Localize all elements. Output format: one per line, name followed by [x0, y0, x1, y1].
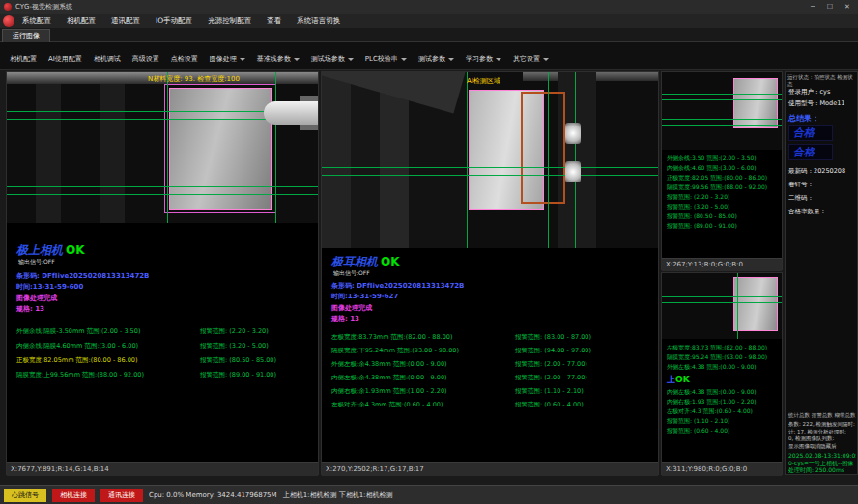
- measurement-value: 左极宽度:83.73mm 范围:(82.00 - 88.00): [331, 333, 452, 342]
- measure-line-h: [662, 119, 782, 120]
- preview-2-log-bottom: 内侧左极:4.38 范围:(0.00 - 9.00) 内侧右极:1.93 范围:…: [667, 387, 780, 435]
- toolbar-testfield-params[interactable]: 测试场参数: [305, 52, 359, 66]
- titlebar: CYG-视觉检测系统 ─ ☐ ✕: [0, 0, 858, 14]
- measurement-value: 隔膜宽度:下95.24mm 范围:(93.00 - 98.00): [331, 347, 459, 355]
- model-label: 使用型号：: [788, 99, 820, 107]
- toolbar-label: 其它设置: [513, 54, 540, 64]
- barcode-text: 条形码: DFfIive2025020813313472B: [16, 271, 149, 281]
- minimize-button[interactable]: ─: [804, 0, 821, 14]
- pass-rate-row: 合格率数量：: [788, 208, 856, 216]
- toolbar-ai-config[interactable]: AI使用配置: [43, 52, 88, 66]
- toolbar-label: AI使用配置: [48, 54, 82, 64]
- log-line: 报警范围: (80.50 - 85.00): [667, 211, 780, 221]
- toolbar-label: 高级设置: [132, 54, 159, 64]
- menu-view[interactable]: 查看: [259, 14, 289, 28]
- log-line: 左极对齐:4.3 范围:(0.60 - 4.00): [667, 406, 780, 416]
- status-ok: OK: [675, 375, 690, 384]
- tab-bar: 运行图像: [0, 28, 858, 42]
- latest-code-label: 最新码：: [788, 167, 814, 175]
- info-panel: 运行状态：拍照状态 检测状态 登录用户：cys 使用型号：Mode11 总结果：…: [785, 71, 858, 475]
- model-row: 使用型号：Mode11: [788, 99, 856, 108]
- window-title: CYG-视觉检测系统: [15, 0, 72, 14]
- menu-comm-config[interactable]: 通讯配置: [103, 14, 148, 28]
- camera-link-indicator: 相机连接: [52, 489, 95, 502]
- app-window: CYG-视觉检测系统 ─ ☐ ✕ 系统配置 相机配置 通讯配置 IO手动配置 光…: [0, 0, 858, 504]
- close-button[interactable]: ✕: [839, 0, 856, 14]
- measurement-row: 内侧右极:余1.93mm 范围:(1.00 - 2.20) 报警范围: (1.1…: [331, 387, 654, 399]
- log-line: 内侧左极:4.38 范围:(0.00 - 9.00): [667, 387, 780, 397]
- alarm-range: 报警范围: (89.00 - 91.00): [200, 371, 276, 379]
- result-box-2: 合格: [788, 144, 833, 160]
- menu-camera-config[interactable]: 相机配置: [59, 14, 103, 28]
- toolbar-test-params[interactable]: 测试参数: [413, 52, 460, 66]
- camera-detect-status: 上相机1:相机检测 下相机1:相机检测: [283, 490, 393, 500]
- right-camera-image[interactable]: AI检测区域: [322, 72, 658, 248]
- menu-language-switch[interactable]: 系统语言切换: [289, 14, 348, 28]
- measure-line-h: [662, 302, 782, 303]
- camera-name: 极上相机: [16, 243, 63, 257]
- measure-line-h: [662, 296, 782, 297]
- tab-run-image[interactable]: 运行图像: [2, 29, 50, 42]
- camera-status-ok: OK: [66, 243, 85, 257]
- plate-region: [169, 88, 272, 210]
- measurement-row: 左极宽度:83.73mm 范围:(82.00 - 88.00) 报警范围: (8…: [331, 333, 654, 345]
- measure-line-h: [322, 175, 658, 176]
- preview-1-image[interactable]: [662, 72, 782, 150]
- process-time-line: 处理时间: 250.00ms: [788, 466, 856, 474]
- measurement-row: 外侧余线:隔膜-3.50mm 范围:(2.00 - 3.50) 报警范围: (2…: [16, 327, 314, 339]
- log-line: 外侧左极:4.38 范围:(0.00 - 9.00): [667, 362, 780, 372]
- status-header: 运行状态：拍照状态 检测状态: [787, 74, 856, 87]
- toolbar-baseline-params[interactable]: 基准线参数: [251, 52, 305, 66]
- latest-code-value: 20250208: [814, 167, 845, 175]
- log-line: 左极宽度:83.73 范围:(82.00 - 88.00): [667, 343, 780, 352]
- login-user-row: 登录用户：cys: [788, 88, 856, 97]
- measurement-row: 正极宽度:82.05mm 范围:(80.00 - 86.00) 报警范围: (8…: [16, 356, 314, 368]
- measurement-row: 隔膜宽度:上99.56mm 范围:(88.00 - 92.00) 报警范围: (…: [16, 371, 314, 382]
- preview-panel-2: 左极宽度:83.73 范围:(82.00 - 88.00) 隔膜宽度:95.24…: [661, 272, 783, 475]
- app-logo-icon: [3, 15, 14, 27]
- toolbar-spot-check[interactable]: 点检设置: [165, 52, 204, 66]
- measurement-row: 隔膜宽度:下95.24mm 范围:(93.00 - 98.00) 报警范围: (…: [331, 347, 654, 358]
- toolbar-plc-checksum[interactable]: PLC校验串: [359, 52, 413, 66]
- tab-glow-region: [565, 161, 581, 182]
- alarm-range: 报警范围: (94.00 - 97.00): [515, 347, 591, 355]
- dropdown-caret-icon: [543, 58, 549, 61]
- stat-line: 0, 检测图像队列数:: [788, 435, 856, 443]
- maximize-button[interactable]: ☐: [821, 0, 839, 14]
- output-signal: 输出信号:OFF: [333, 269, 370, 278]
- qr-code-row: 二维码：: [788, 194, 856, 203]
- toolbar-label: PLC校验串: [365, 54, 398, 64]
- camera-name: 极耳相机: [331, 255, 378, 268]
- statusbar: 心跳信号 相机连接 通讯连接 Cpu: 0.0% Memory: 3424.41…: [0, 485, 858, 504]
- stats-green-lines: 2025.02.08-13:31:09:05 0-cys=一号上相机--图像 处…: [788, 452, 856, 474]
- toolbar-camera-config[interactable]: 相机配置: [4, 52, 43, 66]
- preview-2-image[interactable]: [662, 273, 782, 339]
- alarm-range: 报警范围: (2.00 - 77.00): [515, 360, 587, 369]
- barcode-text: 条形码: DFfIive2025020813313472B: [331, 281, 464, 291]
- menu-io-manual-config[interactable]: IO手动配置: [148, 14, 200, 28]
- log-line: 报警范围: (1.10 - 2.10): [667, 416, 780, 426]
- stat-line: 计: 17, 检测分析处理时:: [788, 429, 856, 436]
- right-camera-results: 极耳相机OK 输出信号:OFF 条形码: DFfIive202502081331…: [322, 248, 658, 462]
- toolbar-label: 相机调试: [94, 54, 121, 64]
- measurement-row: 内侧左极:余4.38mm 范围:(0.00 - 9.00) 报警范围: (2.0…: [331, 374, 654, 385]
- alarm-range: 报警范围: (80.50 - 85.00): [200, 356, 276, 365]
- toolbar-advanced-settings[interactable]: 高级设置: [127, 52, 165, 66]
- toolbar-label: 基准线参数: [257, 54, 291, 64]
- log-line: 隔膜宽度:99.56 范围:(88.00 - 92.00): [667, 182, 780, 192]
- camera-info-line: 0-cys=一号上相机--图像: [788, 460, 856, 467]
- toolbar-learning-params[interactable]: 学习参数: [460, 52, 507, 66]
- log-line: 正极宽度:82.05 范围:(80.00 - 86.00): [667, 173, 780, 182]
- left-camera-image[interactable]: N材料宽度: 93. 检查宽度:100: [7, 72, 318, 223]
- dropdown-caret-icon: [448, 58, 454, 61]
- preview-2-status: 上OK: [667, 374, 690, 386]
- dropdown-caret-icon: [348, 58, 354, 61]
- preview-panel-1: 外侧余线:3.50 范围:(2.00 - 3.50) 内侧余线:4.60 范围:…: [661, 71, 783, 270]
- toolbar-image-processing[interactable]: 图像处理: [204, 52, 251, 66]
- preview-2-log-top: 左极宽度:83.73 范围:(82.00 - 88.00) 隔膜宽度:95.24…: [667, 343, 780, 372]
- toolbar-camera-debug[interactable]: 相机调试: [88, 52, 127, 66]
- cpu-memory-text: Cpu: 0.0% Memory: 3424.41796875M: [149, 491, 277, 499]
- menu-light-control-config[interactable]: 光源控制配置: [200, 14, 259, 28]
- menu-system-config[interactable]: 系统配置: [14, 14, 59, 28]
- toolbar-other-settings[interactable]: 其它设置: [507, 52, 555, 66]
